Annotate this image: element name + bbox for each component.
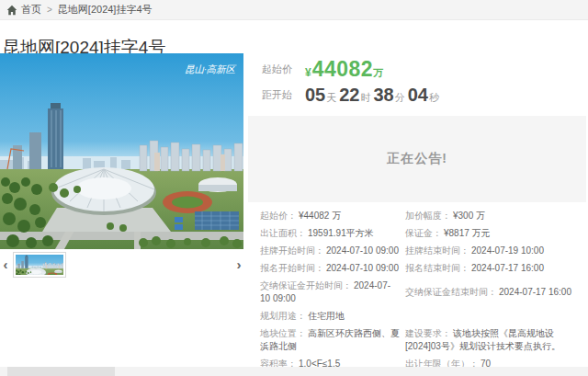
countdown-minutes-unit: 分 [395,92,405,103]
countdown-days-unit: 天 [326,92,336,103]
detail-value: 2024-07-17 16:00 [471,263,544,273]
detail-value: 住宅用地 [308,311,345,321]
detail-value: 2024-07-17 16:00 [499,287,571,297]
detail-value: ¥44082 万 [299,211,341,221]
detail-cell-deposit: 保证金：¥8817 万元 [405,227,586,240]
status-banner: 正在公告! [248,116,586,202]
countdown-timer: 05天22时38分04秒 [305,85,442,106]
detail-cell-increment: 加价幅度：¥300 万 [405,210,586,222]
home-icon [6,5,17,16]
breadcrumb-separator: > [47,5,52,15]
start-price-label: 起始价 [262,63,305,76]
detail-cell-empty [405,310,586,323]
bottom-tab-bar [0,367,588,376]
detail-cell-location: 地块位置：高新区环庆路西侧、夏浜路北侧 [260,327,400,353]
thumbnail[interactable] [13,252,66,278]
details-grid: 起始价：¥44082 万 加价幅度：¥300 万 出让面积：19591.91平方… [260,210,586,370]
breadcrumb-current: 昆地网[2024]挂字4号 [58,3,153,17]
carousel-next-arrow-icon[interactable]: › [233,256,244,273]
countdown-seconds: 04 [408,85,428,105]
detail-label: 建设要求： [405,328,451,338]
detail-cell-signup-end: 报名结束时间：2024-07-17 16:00 [405,262,586,275]
countdown-hours: 22 [339,85,359,105]
bottom-tab[interactable] [7,367,115,376]
status-text: 正在公告! [387,151,447,167]
detail-cell-listing-start: 挂牌开始时间：2024-07-10 09:00 [260,245,400,257]
start-price-unit: 万 [373,67,383,78]
auction-panel: 起始价 ¥44082万 距开始 05天22时38分04秒 正在公告! 起始价：¥… [260,53,586,370]
detail-label: 规划用途： [260,311,306,321]
start-price: ¥44082万 [305,57,383,82]
detail-cell-requirements: 建设要求：该地块按照《昆高规地设[2024]03号》规划设计技术要点执行。 [405,327,586,353]
detail-value: 19591.91平方米 [308,228,374,238]
breadcrumb: 首页 > 昆地网[2024]挂字4号 [0,0,588,20]
start-price-value: 44082 [312,57,373,81]
detail-cell-start-price: 起始价：¥44082 万 [260,210,400,222]
detail-value: 2024-07-19 10:00 [471,245,544,256]
detail-cell-land-use: 规划用途：住宅用地 [260,310,400,323]
detail-label: 保证金： [405,228,442,238]
countdown-row: 距开始 05天22时38分04秒 [260,84,586,107]
countdown-seconds-unit: 秒 [429,92,439,103]
breadcrumb-home-link[interactable]: 首页 [21,3,41,17]
main-photo[interactable] [0,53,243,249]
detail-label: 出让面积： [260,228,306,238]
countdown-hours-unit: 时 [361,92,371,103]
detail-label: 挂牌开始时间： [260,245,324,256]
detail-value: ¥8817 万元 [444,228,491,238]
detail-label: 报名结束时间： [405,263,469,273]
countdown-days: 05 [305,85,325,105]
detail-cell-deposit-end: 交纳保证金结束时间：2024-07-17 16:00 [405,286,586,299]
carousel-prev-arrow-icon[interactable]: ‹ [0,256,11,273]
detail-label: 地块位置： [260,328,306,338]
detail-label: 交纳保证金结束时间： [405,287,497,297]
detail-label: 交纳保证金开始时间： [260,280,352,291]
countdown-minutes: 38 [374,85,394,105]
countdown-label: 距开始 [262,88,305,102]
detail-value: 2024-07-10 09:00 [326,245,399,256]
detail-cell-deposit-start: 交纳保证金开始时间：2024-07-10 09:00 [260,279,400,305]
detail-label: 起始价： [260,211,297,221]
detail-value: ¥300 万 [453,211,485,221]
detail-label: 报名开始时间： [260,263,324,273]
currency-symbol: ¥ [305,66,311,79]
detail-label: 加价幅度： [405,211,451,221]
detail-value: 2024-07-10 09:00 [326,263,399,273]
detail-cell-signup-start: 报名开始时间：2024-07-10 09:00 [260,262,400,275]
detail-cell-listing-end: 挂牌结束时间：2024-07-19 10:00 [405,245,586,257]
detail-cell-area: 出让面积：19591.91平方米 [260,227,400,240]
start-price-row: 起始价 ¥44082万 [260,56,586,82]
detail-label: 挂牌结束时间： [405,245,469,256]
